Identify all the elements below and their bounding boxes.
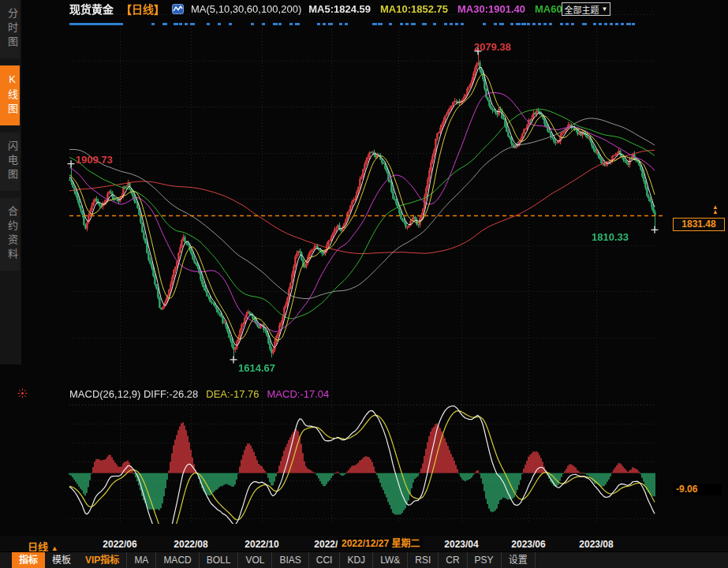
macd-macd-value: MACD:-17.04 xyxy=(267,388,330,400)
ma-value-label: MA10:1852.75 xyxy=(380,3,448,15)
toolbar-item-MACD[interactable]: MACD xyxy=(155,552,198,568)
toolbar-item-设置[interactable]: 设置 xyxy=(501,552,536,568)
x-tick-2023/08: 2023/08 xyxy=(569,539,624,550)
indicator-toolbar: 指标模板VIP指标MAMACDBOLLVOLBIASCCIKDJLW&RSICR… xyxy=(0,551,728,568)
period-tag: 【日线】 xyxy=(121,1,165,17)
toolbar-item-MA[interactable]: MA xyxy=(126,552,155,568)
x-tick-2022/10: 2022/10 xyxy=(234,539,289,550)
last-price-badge: 1831.48 xyxy=(673,218,725,231)
candlestick-chart-canvas[interactable] xyxy=(0,0,728,568)
price-up-arrows-icon: ▲▲ xyxy=(712,205,719,215)
x-tick-2023/04: 2023/04 xyxy=(434,539,489,550)
chevron-down-icon: ▼ xyxy=(602,6,608,13)
sidebar-tab-4[interactable]: 合约资料 xyxy=(0,198,20,271)
ma-settings-label: MA(5,10,30,60,100,200) xyxy=(191,3,301,15)
toolbar-item-CR[interactable]: CR xyxy=(438,552,466,568)
ma-value-label: MA30:1901.40 xyxy=(457,3,525,15)
toolbar-item-VIP指标[interactable]: VIP指标 xyxy=(78,552,126,568)
ma-value-label: MA5:1824.59 xyxy=(308,3,371,15)
low-price-annotation: 1614.67 xyxy=(238,362,275,374)
theme-dropdown-button[interactable]: 全部主题 ▼ xyxy=(562,2,610,16)
toolbar-item-BOLL[interactable]: BOLL xyxy=(199,552,238,568)
toolbar-item-指标[interactable]: 指标 xyxy=(12,552,45,568)
ma-value-label: MA60 xyxy=(535,3,562,15)
x-tick-2022/06: 2022/06 xyxy=(92,539,147,550)
left-sidebar: 分时图K线图闪电图合约资料 xyxy=(0,0,21,364)
toolbar-item-RSI[interactable]: RSI xyxy=(407,552,438,568)
ma-values: MA5:1824.59MA10:1852.75MA30:1901.40MA60 xyxy=(308,3,562,15)
toolbar-item-VOL[interactable]: VOL xyxy=(237,552,271,568)
indicator-settings-icon[interactable] xyxy=(17,387,28,402)
toolbar-item-模板[interactable]: 模板 xyxy=(45,552,78,568)
sidebar-tabs: 分时图K线图闪电图合约资料 xyxy=(0,0,21,271)
x-tick-2022/08: 2022/08 xyxy=(163,539,218,550)
toolbar-item-BIAS[interactable]: BIAS xyxy=(271,552,308,568)
high-price-annotation: 2079.38 xyxy=(474,41,511,53)
macd-header: MACD(26,12,9) DIFF:-26.28 DEA:-17.76 MAC… xyxy=(69,388,329,400)
crosshair-date-tooltip: 2022/12/27 星期二 xyxy=(338,537,424,550)
line-chart-icon xyxy=(172,4,184,14)
theme-dropdown-label: 全部主题 xyxy=(565,3,599,16)
x-axis-row: 日线 ▲ 2022/062022/082022/102022/122023/02… xyxy=(0,536,728,551)
macd-title: MACD(26,12,9) DIFF:-26.28 xyxy=(69,388,198,400)
trading-app-window: 分时图K线图闪电图合约资料 现货黄金 【日线】 MA(5,10,30,60,10… xyxy=(0,0,728,568)
macd-axis-value-badge: -9.06 xyxy=(673,484,722,495)
macd-dea-value: DEA:-17.76 xyxy=(206,388,259,400)
toolbar-item-LW&[interactable]: LW& xyxy=(372,552,407,568)
x-tick-2023/06: 2023/06 xyxy=(501,539,556,550)
toolbar-item-CCI[interactable]: CCI xyxy=(308,552,340,568)
low-price-annotation: 1810.33 xyxy=(592,231,629,243)
high-price-annotation: 1909.73 xyxy=(76,154,113,166)
sidebar-tab-3[interactable]: 闪电图 xyxy=(0,133,20,191)
toolbar-item-KDJ[interactable]: KDJ xyxy=(339,552,372,568)
toolbar-item-PSY[interactable]: PSY xyxy=(467,552,501,568)
sidebar-tab-1[interactable]: 分时图 xyxy=(0,0,20,58)
sidebar-tab-2[interactable]: K线图 xyxy=(0,65,20,125)
chart-header: 现货黄金 【日线】 MA(5,10,30,60,100,200) MA5:182… xyxy=(69,2,562,16)
symbol-name: 现货黄金 xyxy=(69,1,114,17)
